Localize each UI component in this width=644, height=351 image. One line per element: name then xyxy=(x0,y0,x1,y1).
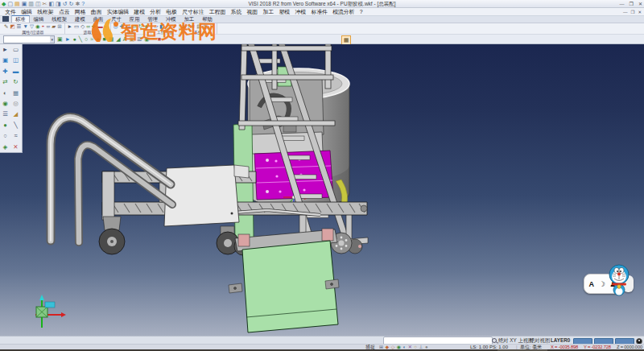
select-remove-icon[interactable]: ▬ xyxy=(97,23,103,30)
3d-viewport[interactable]: ►▭▣◫✚▬⇄↻◐▦◉◎☰◢●╲○≈◈✕ A ☽ ♟ xyxy=(0,44,644,336)
surface-tool-icon[interactable]: ◈ xyxy=(0,142,10,152)
menu-item-7[interactable]: 建模 xyxy=(131,8,147,16)
zoom-all-icon[interactable]: ◎ xyxy=(114,23,118,30)
calculator-icon[interactable]: ⊞ xyxy=(182,23,186,30)
filter-curves-icon[interactable]: ≈ xyxy=(90,35,93,44)
hide-show-icon[interactable]: ◎ xyxy=(10,98,21,109)
select-add-icon[interactable]: ✚ xyxy=(92,23,96,30)
menu-item-8[interactable]: 分析 xyxy=(147,8,163,16)
menu-item-5[interactable]: 曲面 xyxy=(89,8,105,16)
workplane-face-icon[interactable]: ◧ xyxy=(159,23,164,30)
point-tool-icon[interactable]: ● xyxy=(0,120,10,130)
menu-item-11[interactable]: 工程图 xyxy=(207,8,229,16)
rotate3d-icon[interactable]: ↻ xyxy=(10,76,21,87)
workplane-3pt-icon[interactable]: △ xyxy=(166,23,170,30)
wireframe-mode-icon[interactable]: ▦ xyxy=(10,88,21,98)
attribute-pencil-icon[interactable]: ✎ xyxy=(4,23,8,30)
menu-item-18[interactable]: 模流分析 xyxy=(330,8,357,16)
select-arrow-icon[interactable]: ► xyxy=(0,44,10,55)
tab-wireframe[interactable]: 线框架 xyxy=(47,15,71,23)
pan-hand-icon[interactable]: ⇄ xyxy=(0,76,10,87)
tab-help[interactable]: 帮助 xyxy=(198,15,217,23)
menu-item-4[interactable]: 网格 xyxy=(72,8,89,16)
delete-tool-icon[interactable]: ✕ xyxy=(10,142,21,152)
select-window-icon[interactable]: ▭ xyxy=(74,23,79,30)
filter-lock-icon[interactable]: ◓ xyxy=(151,35,155,44)
child-restore-button[interactable]: ❐ xyxy=(630,10,634,14)
options-icon[interactable]: ✱ xyxy=(191,23,195,30)
filter-lines-icon[interactable]: ╲ xyxy=(79,35,82,44)
tab-surface[interactable]: 曲面 xyxy=(89,15,108,23)
menu-item-15[interactable]: 塑模 xyxy=(276,8,292,16)
zoom-in-icon[interactable]: ✚ xyxy=(119,23,123,30)
shaded-mode-icon[interactable]: ◐ xyxy=(0,88,10,98)
close-button[interactable]: ✕ xyxy=(638,0,642,8)
brush-icon[interactable]: ▰ xyxy=(52,23,56,30)
minimize-button[interactable]: — xyxy=(620,0,625,8)
menu-item-14[interactable]: 加工 xyxy=(260,8,276,16)
menu-item-2[interactable]: 线框架 xyxy=(35,8,56,16)
menu-item-12[interactable]: 系统 xyxy=(228,8,244,16)
exit-icon[interactable]: ✕ xyxy=(210,23,214,30)
line-tool-icon[interactable]: ╲ xyxy=(10,120,21,130)
child-minimize-button[interactable]: — xyxy=(623,10,628,14)
workplane-xy-icon[interactable]: ▱ xyxy=(154,23,158,30)
tab-cam[interactable]: 加工 xyxy=(180,15,199,23)
filter-text-icon[interactable]: A xyxy=(123,35,127,44)
filter-surfaces-icon[interactable]: ◈ xyxy=(96,35,100,44)
tab-modeling[interactable]: 建模 xyxy=(71,15,89,23)
child-close-button[interactable]: ✕ xyxy=(638,10,642,14)
filter-all-icon[interactable]: ▣ xyxy=(57,35,63,44)
menu-item-16[interactable]: 冲模 xyxy=(292,8,308,16)
box-select-icon[interactable]: ▭ xyxy=(10,44,21,55)
zoom-out2-icon[interactable]: ▬ xyxy=(10,66,21,76)
zoom-in2-icon[interactable]: ✚ xyxy=(0,66,10,76)
zoom-out-icon[interactable]: ▬ xyxy=(126,23,131,30)
filter-combo-box[interactable]: ▾ xyxy=(3,35,55,43)
tab-edit[interactable]: 编辑 xyxy=(30,15,48,23)
dynamic-view-icon[interactable]: ◉ xyxy=(0,98,10,109)
filter-points-icon[interactable]: ● xyxy=(73,35,76,44)
pan-icon[interactable]: ⇄ xyxy=(132,23,136,30)
magnet-snap-icon[interactable]: ◓ xyxy=(42,23,45,30)
filter-funnel-icon[interactable]: ▽ xyxy=(30,23,34,30)
filter-play-icon[interactable]: ► xyxy=(65,35,71,44)
info-icon[interactable]: i xyxy=(188,23,188,30)
filter-circles-icon[interactable]: ○ xyxy=(85,35,88,44)
layer-filter-icon[interactable]: ▼ xyxy=(23,23,27,30)
visibility-eye-icon[interactable]: ◉ xyxy=(35,23,40,30)
filter-visible-icon[interactable]: ◉ xyxy=(144,35,149,44)
zoom-window-icon[interactable]: ▣ xyxy=(0,55,10,65)
menu-item-17[interactable]: 标准件 xyxy=(308,8,330,16)
menu-item-9[interactable]: 电极 xyxy=(163,8,180,16)
menu-item-13[interactable]: 视图 xyxy=(244,8,260,16)
filter-wireframe-icon[interactable]: ▦ xyxy=(109,35,114,44)
line-style-icon[interactable]: ☰ xyxy=(17,23,22,30)
menu-item-6[interactable]: 实体编辑 xyxy=(105,8,132,16)
select-polygon-icon[interactable]: ◇ xyxy=(80,23,85,30)
tab-manage[interactable]: 管理 xyxy=(143,15,162,23)
measure-icon[interactable]: ◢ xyxy=(10,109,21,119)
rotate-view-icon[interactable]: ↻ xyxy=(138,23,142,30)
menu-item-3[interactable]: 点云 xyxy=(56,8,72,16)
curve-tool-icon[interactable]: ≈ xyxy=(10,130,21,141)
maximize-button[interactable]: ❐ xyxy=(630,0,634,8)
filter-stop-icon[interactable]: ■ xyxy=(158,35,161,44)
workplane-reset-icon[interactable]: ↺ xyxy=(171,23,175,30)
select-invert-icon[interactable]: ◐ xyxy=(105,23,108,30)
zoom-fit-icon[interactable]: ◫ xyxy=(10,55,21,65)
tab-standard[interactable]: 标准 xyxy=(11,15,30,23)
doraemon-desktop-widget[interactable]: A ☽ ♟ xyxy=(584,264,634,296)
menu-item-19[interactable]: ? xyxy=(357,8,365,16)
menu-item-0[interactable]: 文件 xyxy=(2,8,19,16)
tab-dimension[interactable]: 尺寸 xyxy=(107,15,126,23)
filter-solids-icon[interactable]: ■ xyxy=(102,35,105,44)
filter-dimensions-icon[interactable]: ◢ xyxy=(116,35,120,44)
database-icon[interactable]: ▤ xyxy=(196,23,201,30)
tab-die[interactable]: 冲模 xyxy=(162,15,180,23)
ribbon-menu-icon[interactable] xyxy=(2,16,9,22)
filter-layers-icon[interactable]: ☰ xyxy=(137,35,142,44)
layers-panel-icon[interactable]: ☰ xyxy=(0,109,10,119)
filter-groups-icon[interactable]: ▣ xyxy=(129,35,134,44)
color-palette-icon[interactable]: ◩ xyxy=(10,23,14,30)
